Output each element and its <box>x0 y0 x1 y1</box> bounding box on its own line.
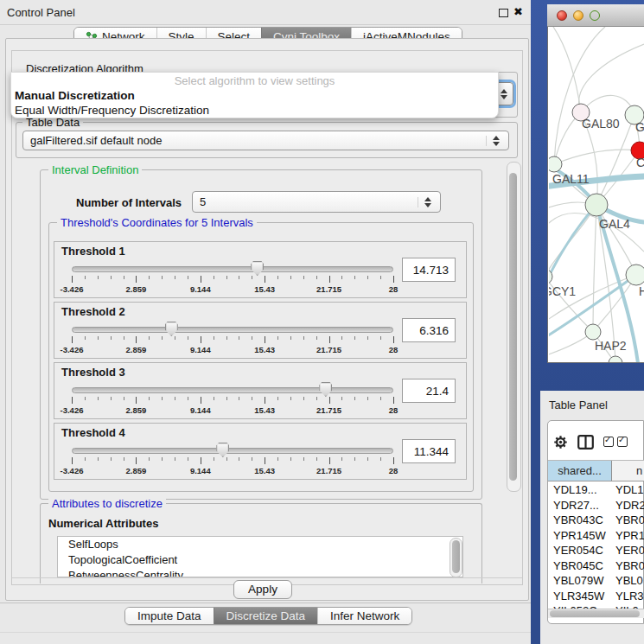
table-row[interactable]: YLR345WYLR3 <box>548 589 644 604</box>
algorithm-option-manual-discretization[interactable]: Manual Discretization <box>11 88 498 103</box>
slider-thumb[interactable] <box>319 382 332 397</box>
minor-tick <box>175 336 175 340</box>
settings-scrollbar[interactable] <box>507 162 521 492</box>
slider-track[interactable] <box>72 327 393 333</box>
slider-track[interactable] <box>72 448 393 454</box>
settings-scrollbar-thumb[interactable] <box>509 173 517 481</box>
node-id-cell: YER054C <box>548 543 615 558</box>
split-divider[interactable] <box>531 391 540 644</box>
cytoscape-app: Control Panel ✖ NetworkStyleSelectCyni T… <box>0 0 644 644</box>
tab-infer-network[interactable]: Infer Network <box>317 608 411 624</box>
slider-thumb[interactable] <box>251 261 264 276</box>
close-button[interactable] <box>557 10 567 21</box>
table-row[interactable]: YBR043CYBR0 <box>548 513 644 528</box>
threshold-slider-1[interactable]: -3.4262.8599.14415.4321.71528 <box>72 261 393 297</box>
minor-tick <box>85 457 86 461</box>
tick-label: 28 <box>389 466 399 475</box>
node-name-cell: YDL1 <box>615 482 644 498</box>
control-panel-titlebar <box>0 0 531 25</box>
threshold-value-field[interactable]: 6.316 <box>402 318 456 342</box>
attributes-list-scrollbar[interactable] <box>450 538 462 577</box>
threshold-value-field[interactable]: 21.4 <box>402 379 456 403</box>
stepper-up-icon <box>493 136 500 140</box>
major-tick <box>201 276 201 283</box>
tick-label: -3.426 <box>61 405 84 415</box>
table-row[interactable]: YDL19...YDL1 <box>548 482 644 498</box>
tab-impute-data[interactable]: Impute Data <box>125 608 214 624</box>
minor-tick <box>277 276 278 279</box>
split-columns-icon[interactable] <box>577 435 594 450</box>
threshold-value-field[interactable]: 14.713 <box>402 258 456 282</box>
threshold-slider-3[interactable]: -3.4262.8599.14415.4321.71528 <box>72 382 393 418</box>
attribute-item-betweennesscentrality[interactable]: BetweennessCentrality <box>58 568 462 577</box>
table-hscroll-thumb[interactable] <box>550 610 640 617</box>
minor-tick <box>303 336 304 340</box>
table-horizontal-scrollbar[interactable] <box>548 609 644 618</box>
minor-tick <box>316 397 317 400</box>
network-node-gal4[interactable] <box>585 194 608 216</box>
table-rows: YDL19...YDL1YDR27...YDR2YBR043CYBR0YPR14… <box>548 482 644 609</box>
major-tick <box>393 336 394 343</box>
major-tick <box>265 336 265 343</box>
apply-button[interactable]: Apply <box>233 580 292 599</box>
slider-track[interactable] <box>72 387 393 393</box>
major-tick <box>329 397 330 404</box>
minimize-button[interactable] <box>573 10 583 21</box>
minor-tick <box>367 457 368 461</box>
tick-label: 28 <box>389 405 399 415</box>
tick-label: 9.144 <box>190 345 211 354</box>
minor-tick <box>162 457 163 461</box>
network-canvas[interactable]: GAL80GACGAL11GAL4GCY1HHAP2 <box>549 27 644 362</box>
attributes-scrollbar-thumb[interactable] <box>452 540 460 573</box>
threshold-slider-2[interactable]: -3.4262.8599.14415.4321.71528 <box>72 322 393 358</box>
column-header-shared-[interactable]: shared... <box>548 461 612 481</box>
threshold-value-field[interactable]: 11.344 <box>402 439 456 463</box>
float-window-icon[interactable] <box>499 9 508 17</box>
threshold-slider-4[interactable]: -3.4262.8599.14415.4321.71528 <box>72 443 393 479</box>
major-tick <box>136 457 137 464</box>
table-row[interactable]: YDR27...YDR2 <box>548 498 644 513</box>
node-id-cell: YPR145W <box>548 528 615 544</box>
attribute-item-topologicalcoefficient[interactable]: TopologicalCoefficient <box>58 552 462 568</box>
minor-tick <box>98 336 99 340</box>
table-row[interactable]: YER054CYER0 <box>548 543 644 558</box>
gear-icon[interactable] <box>553 435 568 450</box>
node-name-cell: YBR0 <box>615 513 644 528</box>
column-header-n[interactable]: n <box>612 461 644 481</box>
bottom-divider <box>0 603 531 603</box>
major-tick <box>201 397 201 404</box>
table-data-combobox[interactable]: galFiltered.sif default node <box>22 131 509 150</box>
table-row[interactable]: YBL079WYBL0 <box>548 573 644 589</box>
major-tick <box>72 457 73 464</box>
table-row[interactable]: YBR045CYBR0 <box>548 558 644 574</box>
threshold-row-4: Threshold 4-3.4262.8599.14415.4321.71528… <box>54 423 467 480</box>
network-node-h[interactable] <box>626 265 644 285</box>
number-of-intervals-combobox[interactable]: 5 <box>192 191 441 213</box>
table-row[interactable]: YPR145WYPR1 <box>548 528 644 544</box>
network-node-hap2[interactable] <box>585 324 601 340</box>
minor-tick <box>341 336 342 340</box>
select-none-checkbox-icon[interactable] <box>617 437 628 447</box>
node-label-gcy1: GCY1 <box>549 284 576 298</box>
network-node-gal11[interactable] <box>549 156 562 172</box>
minor-tick <box>367 397 368 400</box>
slider-thumb[interactable] <box>165 322 178 336</box>
slider-track[interactable] <box>72 266 393 272</box>
table-toolbar <box>553 432 644 451</box>
slider-thumb[interactable] <box>216 443 229 457</box>
select-all-checkbox-icon[interactable] <box>603 437 614 447</box>
minor-tick <box>162 336 163 340</box>
table-header: shared...n <box>548 460 644 481</box>
zoom-button[interactable] <box>590 10 600 21</box>
table-data-stepper[interactable] <box>486 136 501 146</box>
tick-label: 2.859 <box>126 345 147 354</box>
tab-label: Infer Network <box>330 609 399 622</box>
number-of-intervals-stepper[interactable] <box>418 197 433 207</box>
stepper-down-icon <box>501 95 507 99</box>
tab-discretize-data[interactable]: Discretize Data <box>214 608 318 624</box>
minor-tick <box>214 397 214 400</box>
algorithm-option-equal-width-frequency-discretization[interactable]: Equal Width/Frequency Discretization <box>11 103 498 118</box>
close-panel-icon[interactable]: ✖ <box>513 5 523 18</box>
network-window-titlebar[interactable] <box>547 4 644 27</box>
attribute-item-selfloops[interactable]: SelfLoops <box>58 537 462 552</box>
